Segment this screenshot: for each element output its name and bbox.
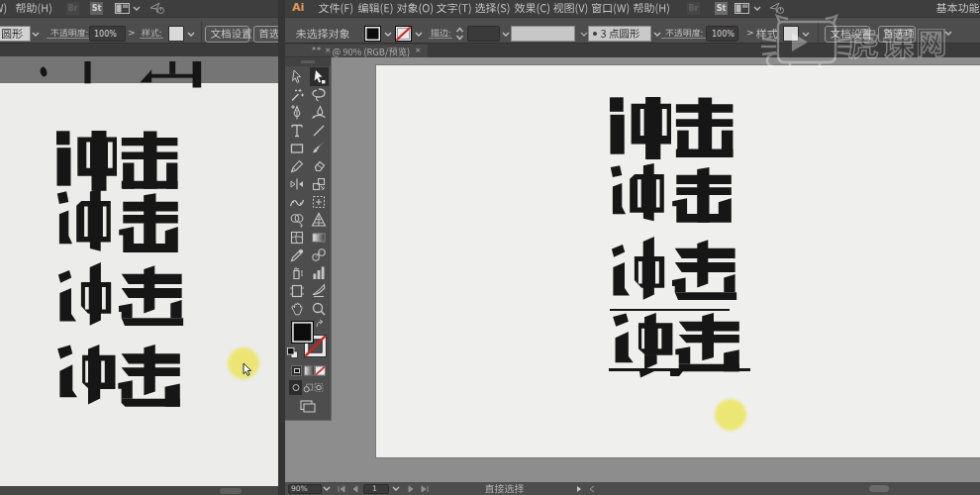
menu-item-1[interactable] xyxy=(358,3,393,15)
tool-column-graph-icon[interactable] xyxy=(311,265,327,281)
menu-item-3[interactable] xyxy=(437,3,471,15)
menu-item-window-clipped[interactable] xyxy=(0,3,7,15)
tool-shape-builder-icon[interactable] xyxy=(289,212,305,228)
artboard-nav-chevron-icon[interactable] xyxy=(392,486,400,491)
tool-width-icon[interactable] xyxy=(289,194,305,210)
draw-normal-mode-button[interactable] xyxy=(290,382,302,393)
zoom-chevron-icon[interactable] xyxy=(323,486,331,491)
tool-zoom-icon[interactable] xyxy=(311,301,327,317)
tool-curvature-icon[interactable] xyxy=(311,105,327,121)
style-label[interactable] xyxy=(140,29,163,40)
stock-icon[interactable]: St xyxy=(90,2,103,15)
tool-line-segment-icon[interactable] xyxy=(311,123,327,139)
draw-inside-mode-button[interactable] xyxy=(313,382,325,393)
stroke-width-field[interactable] xyxy=(467,26,500,42)
doc-setup-label[interactable] xyxy=(211,29,252,39)
share-icon-right[interactable] xyxy=(769,2,784,15)
workspace-switcher-icon[interactable] xyxy=(115,3,130,14)
tool-hand-icon[interactable] xyxy=(289,301,305,317)
stroke-swatch[interactable] xyxy=(395,26,412,42)
opacity-value-right[interactable]: 100% xyxy=(712,31,735,39)
tool-free-transform-icon[interactable] xyxy=(311,194,327,210)
stroke-label[interactable] xyxy=(429,29,452,40)
tool-pencil-icon[interactable] xyxy=(289,158,305,174)
tool-eyedropper-icon[interactable] xyxy=(289,248,305,263)
opacity-label-right[interactable] xyxy=(661,29,707,40)
document-tab-close1[interactable]: × xyxy=(325,47,331,54)
style-swatch[interactable] xyxy=(168,26,184,42)
style-chevron-right-icon[interactable] xyxy=(802,32,810,37)
artwork-right-variant-3[interactable] xyxy=(609,237,737,301)
style-swatch-right[interactable] xyxy=(783,26,799,42)
artwork-variant-3[interactable] xyxy=(55,262,184,327)
opacity-label[interactable] xyxy=(47,29,92,40)
workspace-switcher-icon-right[interactable] xyxy=(735,3,749,14)
menu-item-6[interactable] xyxy=(553,3,588,15)
tool-paintbrush-icon[interactable] xyxy=(311,141,327,156)
bridge-icon-right[interactable]: Br xyxy=(687,2,700,15)
brush-chevron-icon[interactable] xyxy=(653,32,661,37)
artwork-variant-2[interactable] xyxy=(55,189,180,253)
tool-lasso-icon[interactable] xyxy=(311,87,327,103)
artwork-variant-4[interactable] xyxy=(55,345,180,408)
screen-mode-button[interactable] xyxy=(300,400,316,413)
tool-gradient-icon[interactable] xyxy=(311,230,327,246)
stroke-width-chevron-icon[interactable] xyxy=(502,32,510,37)
tool-scale-icon[interactable] xyxy=(311,176,327,192)
first-artboard-icon[interactable] xyxy=(337,485,346,493)
tool-direct-selection-icon[interactable] xyxy=(311,69,327,85)
opacity-popup-arrow-right[interactable]: > xyxy=(746,29,754,38)
prev-artboard-icon[interactable] xyxy=(351,485,358,493)
tool-artboard-icon[interactable] xyxy=(289,283,305,299)
tool-mesh-icon[interactable] xyxy=(289,230,305,246)
tool-rectangle-icon[interactable] xyxy=(289,141,305,156)
style-label-right[interactable] xyxy=(756,29,778,40)
draw-behind-mode-button[interactable] xyxy=(302,382,314,393)
artboard-nav-value[interactable]: 1 xyxy=(372,485,377,493)
color-mode-button[interactable] xyxy=(291,365,302,376)
controlbar-end-chevron-icon[interactable] xyxy=(944,31,952,36)
menu-item-2[interactable] xyxy=(397,3,434,15)
artwork-right-variant-2[interactable] xyxy=(609,163,734,223)
brush-value[interactable] xyxy=(601,29,640,39)
menu-item-8[interactable] xyxy=(634,3,669,15)
artwork-variant-0-fragment[interactable] xyxy=(0,56,279,91)
share-icon[interactable] xyxy=(149,2,164,15)
tool-blend-icon[interactable] xyxy=(311,248,327,263)
opacity-popup-arrow[interactable]: > xyxy=(128,29,136,38)
tool-slice-icon[interactable] xyxy=(311,283,327,299)
menu-item-4[interactable] xyxy=(475,3,510,15)
none-mode-button[interactable] xyxy=(315,365,326,376)
stroke-stepper[interactable] xyxy=(455,27,464,41)
artwork-right-variant-4[interactable] xyxy=(611,313,739,372)
gradient-mode-button[interactable] xyxy=(304,365,315,376)
stock-icon-right[interactable]: St xyxy=(715,2,728,15)
default-fill-stroke-icon[interactable] xyxy=(287,347,298,358)
right-hscrollbar-thumb[interactable] xyxy=(869,485,889,492)
chevron-down-icon[interactable] xyxy=(32,32,40,37)
menu-item-0[interactable] xyxy=(319,3,353,15)
artwork-variant-1[interactable] xyxy=(56,131,178,191)
tool-rotate-icon[interactable] xyxy=(289,176,305,192)
artwork-right-variant-1[interactable] xyxy=(610,97,734,159)
fill-chevron-icon[interactable] xyxy=(384,32,392,37)
menu-item-5[interactable] xyxy=(515,3,550,15)
menu-item-help[interactable] xyxy=(16,3,51,15)
tool-selection-icon[interactable] xyxy=(289,69,305,85)
chevron-down-icon[interactable] xyxy=(187,32,195,37)
width-profile-dropdown[interactable] xyxy=(511,26,575,42)
tool-pen-icon[interactable] xyxy=(289,105,305,121)
width-profile-chevron-icon[interactable] xyxy=(580,32,588,37)
fill-color-well[interactable] xyxy=(291,321,314,344)
preferences-label[interactable] xyxy=(259,29,279,39)
menu-item-7[interactable] xyxy=(592,3,630,15)
last-artboard-icon[interactable] xyxy=(420,485,430,493)
chevron-down-icon[interactable] xyxy=(133,6,141,11)
status-menu-arrow-icon[interactable] xyxy=(576,485,582,493)
swap-fill-stroke-icon[interactable] xyxy=(315,319,327,330)
opacity-value[interactable]: 100% xyxy=(94,31,117,39)
tool-symbol-sprayer-icon[interactable] xyxy=(289,265,305,281)
workspace-chevron-icon[interactable] xyxy=(753,6,761,11)
workspace-name[interactable] xyxy=(936,3,980,14)
status-back-arrow-icon[interactable] xyxy=(589,485,595,493)
